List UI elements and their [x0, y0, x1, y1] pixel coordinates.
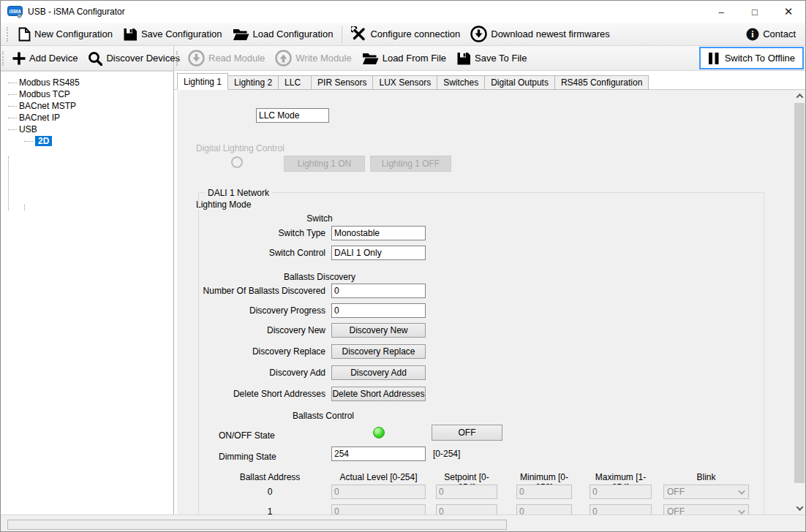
- ballast-row-address: 0: [233, 487, 306, 497]
- chevron-down-icon: [738, 507, 745, 514]
- svg-text:iSMA: iSMA: [9, 8, 21, 13]
- tab-lighting-1[interactable]: Lighting 1: [177, 73, 228, 90]
- discovery-progress-label: Discovery Progress: [199, 305, 325, 316]
- load-configuration-button[interactable]: Load Configuration: [227, 24, 339, 45]
- ballast-maximum-input: [590, 504, 652, 514]
- tab-switches[interactable]: Switches: [437, 75, 485, 90]
- toolbar-grip: [176, 51, 179, 66]
- lighting-1-off-button: Lighting 1 OFF: [370, 156, 451, 172]
- ballast-actual-input: [331, 484, 426, 499]
- new-document-icon: [18, 27, 31, 42]
- tab-strip: Lighting 1 Lighting 2 LLC PIR Sensors LU…: [177, 73, 648, 90]
- close-button[interactable]: ✕: [772, 1, 805, 23]
- switch-section-title: Switch: [199, 213, 440, 224]
- col-ballast-address: Ballast Address: [233, 472, 306, 482]
- add-device-button[interactable]: Add Device: [7, 48, 83, 69]
- col-blink: Blink: [663, 472, 749, 482]
- discovery-new-label: Discovery New: [199, 325, 325, 335]
- discovery-new-button[interactable]: Discovery New: [331, 323, 426, 338]
- onoff-state-led: [373, 427, 385, 438]
- scroll-down-button[interactable]: [794, 502, 805, 514]
- status-panel: [7, 520, 507, 530]
- switch-control-input[interactable]: [331, 246, 426, 260]
- device-toolstrip: Add Device Discover Devices: [1, 46, 174, 70]
- lighting-mode-input[interactable]: [256, 108, 329, 123]
- ballast-minimum-input: [516, 504, 572, 514]
- info-icon: i: [746, 28, 759, 41]
- tree-item-usb[interactable]: USB: [1, 123, 173, 135]
- open-folder-icon: [233, 28, 249, 41]
- save-configuration-button[interactable]: Save Configuration: [118, 24, 227, 45]
- discovery-replace-label: Discovery Replace: [199, 346, 325, 357]
- tab-lighting-2[interactable]: Lighting 2: [227, 75, 279, 90]
- digital-lighting-control-led: [231, 156, 243, 168]
- discover-devices-button[interactable]: Discover Devices: [83, 48, 184, 69]
- download-circle-icon: [470, 26, 487, 42]
- read-module-button: Read Module: [183, 48, 270, 69]
- delete-short-addresses-label: Delete Short Addresses: [199, 389, 325, 399]
- new-configuration-button[interactable]: New Configuration: [13, 24, 118, 45]
- scrollbar-thumb[interactable]: [794, 103, 805, 483]
- tools-icon: [351, 26, 366, 42]
- tab-lux-sensors[interactable]: LUX Sensors: [372, 75, 437, 90]
- discovery-progress-input[interactable]: [331, 303, 426, 318]
- onoff-button[interactable]: OFF: [432, 425, 502, 441]
- ballast-minimum-input: [516, 484, 572, 499]
- lighting-1-on-button: Lighting 1 ON: [284, 156, 365, 172]
- toolbar-separator: [342, 26, 342, 43]
- col-actual-level: Actual Level [0-254]: [331, 472, 426, 482]
- dimming-state-input[interactable]: [331, 446, 426, 461]
- pause-icon: [708, 52, 720, 65]
- ballasts-discovered-label: Number Of Ballasts Discovered: [199, 286, 325, 296]
- ballast-actual-input: [331, 504, 426, 514]
- app-icon: iSMA: [7, 6, 23, 18]
- group-title: DALI 1 Network: [205, 188, 272, 198]
- save-to-file-button[interactable]: Save To File: [451, 48, 532, 69]
- title-bar: iSMA USB - iSMA Configurator – □ ✕: [1, 1, 805, 23]
- plus-icon: [12, 52, 26, 65]
- save-icon: [456, 51, 471, 66]
- search-icon: [88, 51, 102, 66]
- ballasts-discovered-input[interactable]: [331, 284, 426, 298]
- minimize-button[interactable]: –: [704, 1, 738, 23]
- switch-type-input[interactable]: [331, 226, 426, 240]
- tab-pir-sensors[interactable]: PIR Sensors: [311, 75, 373, 90]
- ballast-setpoint-input: [436, 504, 497, 514]
- discovery-add-button[interactable]: Discovery Add: [331, 365, 426, 380]
- load-from-file-button[interactable]: Load From File: [357, 48, 451, 69]
- tree-item-bacnet-ip[interactable]: BACnet IP: [1, 112, 173, 123]
- switch-type-label: Switch Type: [199, 228, 325, 238]
- tree-item-bacnet-mstp[interactable]: BACnet MSTP: [1, 100, 173, 112]
- chevron-down-icon: [738, 487, 745, 495]
- ballasts-control-title: Ballasts Control: [199, 411, 448, 421]
- contact-button[interactable]: i Contact: [741, 24, 801, 45]
- read-module-icon: [188, 50, 205, 66]
- maximize-button[interactable]: □: [738, 1, 772, 23]
- open-folder-icon: [362, 52, 379, 65]
- main-toolbar: New Configuration Save Configuration Loa…: [1, 23, 805, 46]
- vertical-scrollbar[interactable]: [794, 90, 805, 514]
- download-firmwares-button[interactable]: Download newest firmwares: [465, 24, 615, 45]
- switch-to-offline-button[interactable]: Switch To Offline: [699, 47, 804, 69]
- write-module-icon: [275, 50, 292, 66]
- configure-connection-button[interactable]: Configure connection: [346, 24, 465, 45]
- ballast-blink-select: OFF: [663, 504, 749, 514]
- dimming-state-label: Dimming State: [199, 452, 294, 462]
- ballasts-discovery-title: Ballasts Discovery: [199, 272, 440, 282]
- ballast-maximum-input: [590, 484, 652, 499]
- scroll-up-button[interactable]: [794, 90, 805, 102]
- tree-item-modbus-rs485[interactable]: Modbus RS485: [1, 77, 173, 88]
- switch-control-label: Switch Control: [199, 248, 325, 258]
- device-tree: Modbus RS485 Modbus TCP BACnet MSTP BACn…: [1, 71, 174, 514]
- tab-llc[interactable]: LLC: [278, 75, 312, 90]
- ballast-blink-select: OFF: [663, 484, 749, 499]
- window-title: USB - iSMA Configurator: [28, 7, 125, 17]
- tab-digital-outputs[interactable]: Digital Outputs: [484, 75, 555, 90]
- write-module-button: Write Module: [270, 48, 356, 69]
- discovery-replace-button[interactable]: Discovery Replace: [331, 344, 426, 359]
- tab-rs485-configuration[interactable]: RS485 Configuration: [554, 75, 649, 90]
- delete-short-addresses-button[interactable]: Delete Short Addresses: [331, 387, 426, 401]
- device-toolbar: Add Device Discover Devices Read Module: [1, 46, 805, 71]
- tree-item-2d-selected[interactable]: 2D: [1, 135, 173, 147]
- tree-item-modbus-tcp[interactable]: Modbus TCP: [1, 88, 173, 100]
